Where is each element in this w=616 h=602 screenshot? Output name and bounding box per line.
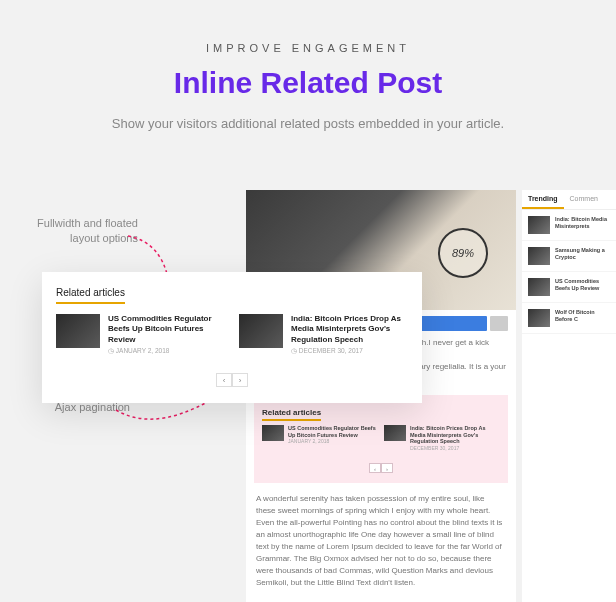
share-more-button[interactable] xyxy=(490,316,508,331)
tab-comments[interactable]: Commen xyxy=(564,190,604,209)
annotation-layout-options: Fullwidth and floated layout options xyxy=(18,216,138,247)
related-pink-item[interactable]: India: Bitcoin Prices Drop As Media Misi… xyxy=(384,425,500,451)
sidebar-item[interactable]: US Commodities Beefs Up Review xyxy=(522,272,616,303)
related-item-date: JANUARY 2, 2018 xyxy=(288,438,378,444)
thumbnail-image xyxy=(528,309,550,327)
next-page-button[interactable]: › xyxy=(232,373,248,387)
sidebar-item-title: Wolf Of Bitcoin Before C xyxy=(555,309,610,327)
related-widget-pink: Related articles US Commodities Regulato… xyxy=(254,395,508,483)
page-title: Inline Related Post xyxy=(20,66,596,100)
related-pink-title: Related articles xyxy=(262,408,321,421)
related-white-pager: ‹› xyxy=(56,369,408,387)
related-item-title: US Commodities Regulator Beefs Up Bitcoi… xyxy=(288,425,378,438)
related-item-title: India: Bitcoin Prices Drop As Media Misi… xyxy=(291,314,408,345)
related-white-title: Related articles xyxy=(56,287,125,304)
related-item-title: India: Bitcoin Prices Drop As Media Misi… xyxy=(410,425,500,445)
related-item-date: DECEMBER 30, 2017 xyxy=(410,445,500,451)
thumbnail-image xyxy=(528,216,550,234)
sidebar-tabs: Trending Commen xyxy=(522,190,616,210)
sidebar-trending: Trending Commen India: Bitcoin Media Mis… xyxy=(522,190,616,602)
sidebar-item[interactable]: Samsung Making a Cryptoc xyxy=(522,241,616,272)
sidebar-item[interactable]: India: Bitcoin Media Misinterprets xyxy=(522,210,616,241)
page-subtitle: Show your visitors additional related po… xyxy=(93,114,523,135)
sidebar-item[interactable]: Wolf Of Bitcoin Before C xyxy=(522,303,616,334)
related-widget-white: Related articles US Commodities Regulato… xyxy=(42,272,422,403)
prev-page-button[interactable]: ‹ xyxy=(369,463,381,473)
article-paragraph-3: A wonderful serenity has taken possessio… xyxy=(246,487,516,595)
thumbnail-image xyxy=(262,425,284,441)
related-pink-pager: ‹› xyxy=(262,457,500,475)
tab-trending[interactable]: Trending xyxy=(522,190,564,209)
eyebrow-text: IMPROVE ENGAGEMENT xyxy=(20,42,596,54)
showcase-canvas: Fullwidth and floated layout options Aja… xyxy=(0,190,616,602)
related-item-title: US Commodities Regulator Beefs Up Bitcoi… xyxy=(108,314,225,345)
sidebar-item-title: Samsung Making a Cryptoc xyxy=(555,247,610,265)
next-page-button[interactable]: › xyxy=(381,463,393,473)
thumbnail-image xyxy=(56,314,100,348)
related-item-date: JANUARY 2, 2018 xyxy=(108,347,225,355)
related-pink-item[interactable]: US Commodities Regulator Beefs Up Bitcoi… xyxy=(262,425,378,451)
thumbnail-image xyxy=(239,314,283,348)
page-header: IMPROVE ENGAGEMENT Inline Related Post S… xyxy=(0,0,616,153)
related-white-item[interactable]: India: Bitcoin Prices Drop As Media Misi… xyxy=(239,314,408,355)
related-white-item[interactable]: US Commodities Regulator Beefs Up Bitcoi… xyxy=(56,314,225,355)
thumbnail-image xyxy=(384,425,406,441)
thumbnail-image xyxy=(528,247,550,265)
sidebar-item-title: US Commodities Beefs Up Review xyxy=(555,278,610,296)
sidebar-item-title: India: Bitcoin Media Misinterprets xyxy=(555,216,610,234)
related-item-date: DECEMBER 30, 2017 xyxy=(291,347,408,355)
prev-page-button[interactable]: ‹ xyxy=(216,373,232,387)
thumbnail-image xyxy=(528,278,550,296)
